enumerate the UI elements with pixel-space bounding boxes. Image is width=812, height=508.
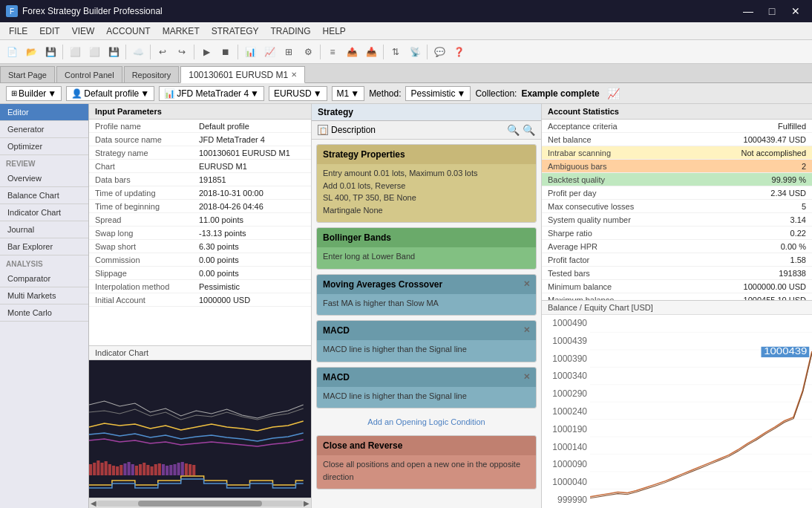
sidebar-item-indicator-chart[interactable]: Indicator Chart	[0, 204, 88, 221]
minimize-button[interactable]: —	[738, 4, 759, 19]
close-button[interactable]: ✕	[785, 4, 806, 19]
svg-rect-26	[189, 464, 191, 475]
toolbar-cloud[interactable]: ☁️	[129, 43, 147, 61]
chart-scrollbar[interactable]: ◀ ▶	[89, 498, 311, 508]
desc-icon: 📋	[318, 125, 328, 135]
svg-rect-11	[131, 464, 134, 475]
period-dropdown[interactable]: M1 ▼	[332, 86, 365, 101]
svg-rect-23	[177, 463, 180, 475]
indicator-chart-svg	[89, 360, 311, 498]
toolbar-signal[interactable]: 📡	[406, 43, 424, 61]
svg-rect-16	[150, 466, 153, 475]
balance-chart-svg: 1000439	[590, 315, 812, 508]
new-button[interactable]: 📄	[3, 43, 21, 61]
strategy-card-macd1: ✕ MACD MACD line is higher than the Sign…	[316, 320, 537, 362]
card-header-macd2[interactable]: ✕ MACD	[317, 368, 536, 387]
sidebar-item-balance-chart[interactable]: Balance Chart	[0, 187, 88, 204]
menu-trading[interactable]: TRADING	[265, 25, 317, 38]
toolbar-settings[interactable]: ⚙	[299, 43, 317, 61]
toolbar-redo[interactable]: ↪	[173, 43, 191, 61]
card-close-btn[interactable]: ✕	[523, 372, 530, 382]
menu-account[interactable]: ACCOUNT	[100, 25, 156, 38]
card-header-bollinger[interactable]: Bollinger Bands	[317, 228, 536, 247]
menu-view[interactable]: VIEW	[66, 25, 101, 38]
svg-rect-0	[89, 464, 92, 475]
toolbar-btn-1[interactable]: ⬜	[66, 43, 84, 61]
stat-row: Max consecutive losses5	[542, 200, 812, 213]
scroll-left-btn[interactable]: ◀	[91, 499, 96, 507]
card-body-properties: Entry amount 0.01 lots, Maximum 0.03 lot…	[317, 164, 536, 222]
balance-chart-section: Balance / Equity Chart [USD] 1000490 100…	[542, 300, 812, 508]
sidebar-item-bar-explorer[interactable]: Bar Explorer	[0, 238, 88, 255]
stat-row: Backtest quality99.999 %	[542, 173, 812, 186]
param-row: Interpolation methodPessimistic	[89, 280, 311, 293]
strategy-card-properties: Strategy Properties Entry amount 0.01 lo…	[316, 144, 537, 223]
open-button[interactable]: 📂	[22, 43, 40, 61]
menu-file[interactable]: FILE	[3, 25, 33, 38]
scroll-right-btn[interactable]: ▶	[304, 499, 310, 507]
toolbar-undo[interactable]: ↩	[154, 43, 171, 61]
maximize-button[interactable]: □	[762, 4, 782, 19]
broker-dropdown[interactable]: 📊 JFD MetaTrader 4 ▼	[159, 86, 264, 101]
stat-row: Intrabar scanningNot accomplished	[542, 146, 812, 160]
method-dropdown[interactable]: Pessimistic ▼	[405, 86, 471, 101]
toolbar-export[interactable]: 📤	[343, 43, 361, 61]
menu-market[interactable]: MARKET	[157, 25, 206, 38]
svg-rect-14	[143, 463, 145, 475]
save-button[interactable]: 💾	[42, 43, 59, 61]
toolbar-help[interactable]: ❓	[450, 43, 468, 61]
menu-edit[interactable]: EDIT	[33, 25, 65, 38]
sidebar-item-journal[interactable]: Journal	[0, 221, 88, 238]
card-header-properties[interactable]: Strategy Properties	[317, 145, 536, 164]
tab-close-icon[interactable]: ✕	[291, 71, 297, 79]
tab-repository[interactable]: Repository	[124, 66, 180, 82]
sidebar-item-multi-markets[interactable]: Multi Markets	[0, 287, 88, 305]
toolbar-list[interactable]: ≡	[324, 43, 341, 61]
sidebar-item-comparator[interactable]: Comparator	[0, 270, 88, 287]
sep4	[194, 45, 194, 59]
menu-strategy[interactable]: STRATEGY	[206, 25, 265, 38]
stat-row: Acceptance criteriaFulfilled	[542, 120, 812, 133]
symbol-dropdown[interactable]: EURUSD ▼	[269, 86, 327, 101]
card-body-ma-crossover: Fast MA is higher than Slow MA	[317, 294, 536, 316]
sidebar-item-generator[interactable]: Generator	[0, 121, 88, 138]
statistics-icon[interactable]: 📈	[607, 88, 620, 100]
stat-row: Net balance1000439.47 USD	[542, 133, 812, 146]
stat-row: Ambiguous bars2	[542, 160, 812, 173]
sidebar-item-optimizer[interactable]: Optimizer	[0, 138, 88, 155]
zoom-in-icon[interactable]: 🔍	[507, 124, 520, 136]
toolbar-msg[interactable]: 💬	[430, 43, 448, 61]
toolbar-chart1[interactable]: 📊	[241, 43, 259, 61]
toolbar-chart2[interactable]: 📈	[261, 43, 278, 61]
sidebar-item-overview[interactable]: Overview	[0, 170, 88, 187]
card-header-macd1[interactable]: ✕ MACD	[317, 321, 536, 340]
sep7	[383, 45, 384, 59]
toolbar-play[interactable]: ▶	[197, 43, 215, 61]
svg-rect-1	[93, 463, 96, 475]
profile-dropdown[interactable]: 👤 Default profile ▼	[66, 86, 154, 101]
toolbar-btn-3[interactable]: 💾	[105, 43, 122, 61]
card-close-btn[interactable]: ✕	[523, 325, 530, 335]
toolbar-grid[interactable]: ⊞	[280, 43, 298, 61]
toolbar-stop[interactable]: ⏹	[217, 43, 235, 61]
tab-startpage[interactable]: Start Page	[0, 66, 55, 82]
card-header-ma-crossover[interactable]: ✕ Moving Averages Crossover	[317, 275, 536, 294]
toolbar-filter[interactable]: ⇅	[387, 43, 405, 61]
toolbar-import[interactable]: 📥	[362, 43, 380, 61]
builder-dropdown[interactable]: ⊞ Builder ▼	[6, 86, 62, 101]
zoom-out-icon[interactable]: 🔍	[523, 124, 535, 136]
add-condition-link[interactable]: Add an Opening Logic Condition	[312, 413, 541, 431]
scrollbar-track[interactable]	[96, 501, 304, 507]
toolbar-btn-2[interactable]: ⬜	[85, 43, 103, 61]
sidebar-item-monte-carlo[interactable]: Monte Carlo	[0, 305, 88, 322]
strategy-description-row: 📋 Description 🔍 🔍	[312, 121, 541, 140]
indicator-chart-canvas[interactable]	[89, 360, 311, 498]
tab-strategy[interactable]: 100130601 EURUSD M1 ✕	[180, 66, 305, 83]
sidebar-item-editor[interactable]: Editor	[0, 104, 88, 121]
tab-controlpanel[interactable]: Control Panel	[56, 66, 122, 82]
scrollbar-thumb[interactable]	[138, 501, 262, 507]
card-close-btn[interactable]: ✕	[523, 279, 530, 289]
menu-help[interactable]: HELP	[317, 25, 352, 38]
card-header-close-reverse[interactable]: Close and Reverse	[317, 436, 536, 455]
svg-rect-9	[123, 463, 126, 475]
